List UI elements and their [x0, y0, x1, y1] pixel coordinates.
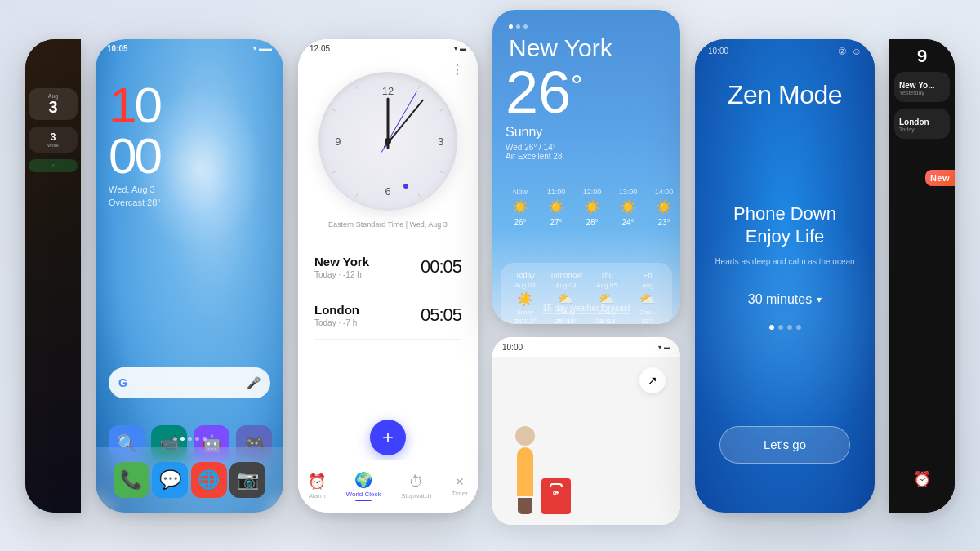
shopping-content: ↗ 🛍	[492, 357, 680, 525]
newyork-offset: Today · -12 h	[314, 270, 369, 279]
home-status-icons: ▾ ▬▬	[253, 45, 272, 52]
weather-dot-2	[516, 24, 520, 29]
zen-page-dots	[695, 325, 875, 330]
zen-status-icons: ② ☺	[838, 46, 862, 57]
zen-subtitle: Phone DownEnjoy Life	[711, 202, 858, 249]
svg-line-7	[356, 85, 359, 88]
dot-3	[188, 437, 192, 441]
nav-stopwatch[interactable]: ⏱ Stopwatch	[401, 473, 431, 500]
home-clock-minutes: 00	[109, 127, 160, 184]
forecast-link[interactable]: 15-day weather forecast	[492, 300, 680, 314]
zen-dot-4	[796, 325, 801, 330]
svg-line-4	[356, 193, 359, 197]
dock-phone[interactable]: 📞	[114, 462, 149, 498]
phone-partial-left: Aug 3 3 Work ♫	[25, 39, 81, 513]
right-clock: 9	[889, 46, 955, 67]
sun-icon-12: ☀️	[584, 199, 600, 215]
svg-line-6	[332, 109, 336, 111]
clock-bottom-nav: ⏰ Alarm 🌍 World Clock ⏱ Stopwatch ✕ Time…	[298, 460, 478, 513]
home-clock-time: 10 00	[109, 80, 161, 181]
person-figures: 🛍	[515, 426, 571, 514]
nav-timer[interactable]: ✕ Timer	[452, 475, 468, 497]
sun-icon-14: ☀️	[656, 199, 672, 215]
signal-icon: ▬▬	[259, 45, 272, 52]
calendar-day: 3	[32, 99, 74, 115]
notif-newyork-city: New Yo...	[899, 81, 945, 90]
main-scene: Aug 3 3 Work ♫ 10:05 ▾ ▬▬ 10 00	[0, 0, 980, 551]
hour-14: 14:00 ☀️ 23°	[649, 188, 679, 227]
zen-timer-display: 30 minutes ▾	[695, 292, 875, 307]
fab-plus-icon: +	[382, 426, 394, 449]
spotify-widget: ♫	[29, 159, 78, 172]
phone-zen: 10:00 ② ☺ Zen Mode Phone DownEnjoy Life …	[695, 39, 875, 513]
zen-dot-2	[778, 325, 783, 330]
fab-add-button[interactable]: +	[370, 420, 406, 455]
zen-status-bar: 10:00 ② ☺	[695, 46, 875, 57]
hour-11: 11:00 ☀️ 27°	[541, 188, 571, 227]
zen-timer-value: 30 minutes	[748, 292, 812, 307]
hour-12: 12:00 ☀️ 28°	[577, 188, 607, 227]
dock-camera[interactable]: 📷	[229, 462, 265, 498]
svg-line-5	[332, 171, 336, 174]
notif-london-city: London	[899, 118, 945, 127]
middle-column: New York 26° Sunny Wed 26° / 14° Air Exc…	[492, 10, 680, 541]
world-clock-london: London Today · -7 h 05:05	[314, 291, 461, 340]
dot-1	[173, 437, 177, 441]
weather-temperature: 26	[506, 60, 571, 125]
weather-page-dots	[509, 24, 528, 29]
worldclock-label: World Clock	[346, 491, 381, 498]
newyork-time: 00:05	[421, 256, 461, 278]
stopwatch-label: Stopwatch	[401, 492, 431, 500]
daily-forecast: Today Aug 03 ☀️ Sunny 26°/11° Tomorrow A…	[501, 263, 672, 324]
right-bottom-icons: ⏰	[889, 470, 955, 488]
home-search-bar[interactable]: G 🎤	[109, 367, 270, 398]
figure-1	[515, 426, 535, 514]
worldclock-icon: 🌍	[354, 471, 372, 489]
home-weather: Overcast 28°	[109, 198, 161, 207]
zen-button-label: Let's go	[764, 438, 806, 451]
wifi-icon: ▾	[253, 45, 256, 52]
forecast-link-text: 15-day weather forecast	[542, 304, 630, 314]
phone-clock: 12:05 ▾ ▬ ⋮ 12 3 6 9	[298, 39, 478, 513]
clock-status-icons: ▾ ▬	[454, 45, 466, 52]
zen-start-button[interactable]: Let's go	[719, 426, 850, 464]
shopping-time: 10:00	[502, 343, 523, 352]
notif-newyork: New Yo... Yesterday	[894, 72, 950, 102]
home-clock-zero: 0	[134, 77, 159, 133]
alarm-bottom-icon: ⏰	[913, 470, 931, 488]
alarm-label: Alarm	[309, 492, 326, 500]
hourly-forecast: Now ☀️ 26° 11:00 ☀️ 27° 12:00 ☀️ 28° 13:…	[492, 181, 680, 233]
weather-date-range: Wed 26° / 14°	[506, 143, 583, 152]
shopping-status-bar: 10:00 ▾ ▬	[492, 337, 680, 357]
nav-active-indicator	[355, 500, 372, 501]
share-icon[interactable]: ↗	[639, 367, 666, 393]
weather-dot-1	[509, 24, 513, 29]
newyork-city: New York	[314, 255, 369, 269]
dock-messages[interactable]: 💬	[152, 462, 188, 498]
dock-browser[interactable]: 🌐	[191, 462, 227, 498]
sun-icon-13: ☀️	[620, 199, 636, 215]
notif-newyork-time: Yesterday	[899, 90, 945, 96]
world-clock-newyork: New York Today · -12 h 00:05	[314, 243, 461, 291]
home-status-time: 10:05	[107, 44, 128, 53]
dot-5	[203, 437, 207, 441]
day-thu: Thu Aug 05 ⛅ Cloudy 29°/18°	[589, 271, 625, 324]
london-offset: Today · -7 h	[314, 318, 359, 327]
zen-question-icon: ②	[838, 46, 847, 57]
shopping-battery: ▬	[664, 344, 670, 351]
nav-worldclock[interactable]: 🌍 World Clock	[346, 471, 381, 501]
timer-label: Timer	[452, 490, 468, 497]
notification-list: New Yo... Yesterday London Today	[889, 72, 955, 145]
day-tomorrow: Tomorrow Aug 04 ⛅ Cloudy 25°/15°	[548, 271, 584, 324]
new-badge: New	[925, 170, 955, 186]
home-clock-widget: 10 00 Wed, Aug 3 Overcast 28°	[109, 80, 161, 207]
zen-person-icon: ☺	[852, 46, 862, 57]
day-fri: Fri Aug ⛅ Clou... 33°/	[630, 271, 666, 324]
nav-alarm[interactable]: ⏰ Alarm	[308, 473, 326, 500]
phone-weather: New York 26° Sunny Wed 26° / 14° Air Exc…	[492, 10, 680, 324]
clock-wifi-icon: ▾	[454, 45, 457, 52]
phone-shopping-partial: 10:00 ▾ ▬ ↗	[492, 337, 680, 525]
svg-line-2	[440, 171, 443, 174]
analog-clock-container: 12 3 6 9	[318, 72, 457, 211]
weather-air-quality: Air Excellent 28	[506, 152, 583, 161]
